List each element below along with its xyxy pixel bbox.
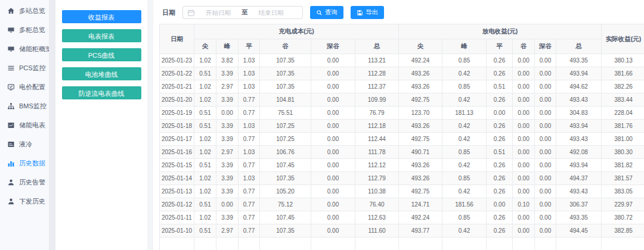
price-config-icon xyxy=(7,83,15,91)
date-range-picker[interactable]: 至 xyxy=(182,6,303,19)
table-row: 2025-01-111.023.390.77107.450.00112.6349… xyxy=(160,211,644,224)
cell-discharge: 124.71 xyxy=(399,198,442,211)
cell-discharge: 493.77 xyxy=(399,224,442,238)
cell-charge: 112.18 xyxy=(355,120,399,133)
start-date-input[interactable] xyxy=(197,9,240,16)
query-button[interactable]: 查询 xyxy=(310,6,343,19)
end-date-input[interactable] xyxy=(250,9,293,16)
cell-date: 2025-01-22 xyxy=(160,67,194,80)
cell-charge: 0.51 xyxy=(194,224,216,238)
cell-date: 2025-01-18 xyxy=(160,120,194,133)
cell-charge: 1.02 xyxy=(194,93,216,107)
cell-discharge: 0.85 xyxy=(442,211,487,224)
sidebar-item-4[interactable]: 电价配置 xyxy=(0,77,49,96)
cell-charge: 1.03 xyxy=(239,80,260,93)
cell-charge: 0.77 xyxy=(239,211,260,224)
sidebar-item-10[interactable]: 下发历史 xyxy=(0,192,49,211)
cell-charge: 112.63 xyxy=(355,211,399,224)
cell-discharge: 493.35 xyxy=(556,211,602,224)
cell-charge: 0.00 xyxy=(311,120,355,133)
cell-discharge: 0.26 xyxy=(487,172,513,185)
cell-charge: 3.82 xyxy=(216,54,239,67)
cell-charge: 113.21 xyxy=(355,54,399,67)
cell-charge: 0.77 xyxy=(239,198,260,211)
sidebar-item-2[interactable]: 储能柜概览 xyxy=(0,39,49,58)
export-button[interactable]: 导出 xyxy=(351,6,384,19)
cell-actual: 380.30 xyxy=(602,146,644,159)
cell-discharge: 306.37 xyxy=(556,198,602,211)
sidebar-item-1[interactable]: 多柜总览 xyxy=(0,20,49,39)
cell-charge: 0.51 xyxy=(194,107,216,120)
menu-button-4[interactable]: 防逆流电表曲线 xyxy=(62,86,141,99)
sidebar-item-label: 电价配置 xyxy=(19,83,45,92)
export-icon xyxy=(357,10,363,16)
sidebar-item-5[interactable]: BMS监控 xyxy=(0,96,49,115)
cell-charge: 1.02 xyxy=(194,80,216,93)
cell-discharge: 493.35 xyxy=(556,54,602,67)
cell-charge: 76.79 xyxy=(355,107,399,120)
dispatch-person-icon xyxy=(7,198,15,205)
cell-charge: 0.00 xyxy=(311,107,355,120)
cell-charge: 3.39 xyxy=(216,211,239,224)
cell-discharge: 304.83 xyxy=(556,107,602,120)
cell-date: 2025-01-21 xyxy=(160,80,194,93)
cell-charge: 105.20 xyxy=(260,185,311,198)
cell-charge: 107.35 xyxy=(260,80,311,93)
cell-charge: 1.03 xyxy=(239,54,260,67)
cell-charge: 112.37 xyxy=(355,80,399,93)
menu-button-0[interactable]: 收益报表 xyxy=(62,10,141,23)
cell-discharge: 181.13 xyxy=(442,107,487,120)
table-row: 2025-01-190.510.000.7775.510.0076.79123.… xyxy=(160,107,644,120)
toolbar: 日期 至 查询 导出 xyxy=(162,6,643,19)
home-icon xyxy=(7,7,15,15)
table-row: 2025-01-211.022.971.03107.350.00112.3749… xyxy=(160,80,644,93)
cell-charge: 3.39 xyxy=(216,93,239,107)
sidebar-item-9[interactable]: 历史告警 xyxy=(0,173,49,192)
cell-discharge: 493.26 xyxy=(399,67,442,80)
cell-discharge: 0.85 xyxy=(442,54,487,67)
cell-discharge: 0.26 xyxy=(487,224,513,238)
cell-discharge: 0.42 xyxy=(442,133,487,146)
cell-actual: 229.97 xyxy=(602,198,644,211)
sitemap-icon xyxy=(7,102,15,110)
cell-charge: 111.60 xyxy=(355,224,399,238)
cell-discharge: 0.42 xyxy=(442,224,487,238)
cell-actual: 380.72 xyxy=(602,211,644,224)
sidebar-item-6[interactable]: 储能电表 xyxy=(0,115,49,135)
cell-discharge: 0.00 xyxy=(535,198,556,211)
menu-button-3[interactable]: 电池堆曲线 xyxy=(62,67,141,80)
cell-discharge: 0.00 xyxy=(535,133,556,146)
cell-charge: 0.00 xyxy=(311,133,355,146)
cell-discharge: 492.24 xyxy=(399,54,442,67)
col-subheader: 总 xyxy=(355,39,399,54)
sidebar-nav: 多站总览多柜总览储能柜概览PCS监控电价配置BMS监控储能电表液冷历史数据历史告… xyxy=(0,0,49,250)
table-row: 2025-01-220.513.391.03107.350.00112.2849… xyxy=(160,67,644,80)
sidebar-item-3[interactable]: PCS监控 xyxy=(0,58,49,77)
cell-charge: 2.97 xyxy=(216,80,239,93)
cell-discharge: 493.26 xyxy=(399,172,442,185)
cell-charge: 0.00 xyxy=(311,159,355,172)
cell-charge: 106.76 xyxy=(260,146,311,159)
sidebar-item-label: 多柜总览 xyxy=(19,26,45,35)
cell-discharge: 0.26 xyxy=(487,185,513,198)
cell-discharge: 0.85 xyxy=(442,172,487,185)
cell-discharge: 493.94 xyxy=(556,67,602,80)
cell-discharge: 0.26 xyxy=(487,133,513,146)
menu-button-1[interactable]: 电表报表 xyxy=(62,29,141,42)
app-root: 多站总览多柜总览储能柜概览PCS监控电价配置BMS监控储能电表液冷历史数据历史告… xyxy=(0,0,644,250)
cell-discharge: 0.00 xyxy=(513,211,535,224)
cell-discharge: 0.00 xyxy=(535,67,556,80)
cell-discharge: 493.43 xyxy=(556,133,602,146)
sidebar-item-0[interactable]: 多站总览 xyxy=(0,1,49,20)
cell-charge: 112.12 xyxy=(355,159,399,172)
cell-charge: 1.02 xyxy=(194,172,216,185)
cell-date: 2025-01-10 xyxy=(160,224,194,238)
cell-discharge: 0.00 xyxy=(535,120,556,133)
sidebar-item-8[interactable]: 历史数据 xyxy=(0,154,49,173)
cell-date: 2025-01-11 xyxy=(160,211,194,224)
menu-button-2[interactable]: PCS曲线 xyxy=(62,48,141,61)
sidebar-item-7[interactable]: 液冷 xyxy=(0,135,49,154)
col-subheader: 深谷 xyxy=(535,39,556,54)
cell-charge: 107.35 xyxy=(260,67,311,80)
cell-discharge: 0.26 xyxy=(487,120,513,133)
